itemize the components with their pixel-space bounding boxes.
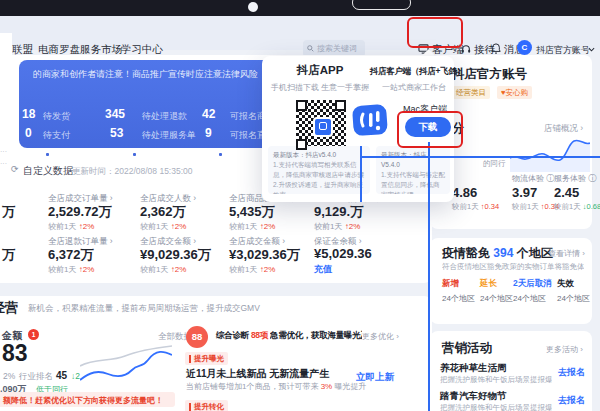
campaign-desc: 把握洗护服饰和午饭后场景提报爆款抢占流量预算 xyxy=(440,403,552,411)
client-version: 最新版本：抖店V5.4.0 xyxy=(381,150,445,170)
qr-center-logo xyxy=(313,117,333,137)
section-order-todo: 订单待办 xyxy=(55,148,95,162)
rank-label: 行业排名 xyxy=(19,371,53,383)
covid-stat-value: 24个地区 xyxy=(480,293,513,304)
todo-label[interactable]: 待处理退款 xyxy=(142,110,187,123)
campaign-title[interactable]: 踏青汽车好物节 xyxy=(440,390,507,403)
service-score-value: 2.45 xyxy=(554,185,579,200)
signup-button[interactable]: 去报名 xyxy=(558,394,585,407)
search-placeholder: 搜索关键词 xyxy=(317,43,357,54)
diagnosis-score-badge: 88 xyxy=(186,326,208,348)
todo-cut-value: 0 xyxy=(25,126,32,140)
gmv-trend-chart xyxy=(80,338,172,388)
search-icon xyxy=(307,45,314,52)
metric-value: 2,362万 xyxy=(140,203,186,221)
gmv-big-value: 83 xyxy=(2,340,28,367)
rank-change: ↓2 xyxy=(71,371,80,381)
recharge-link[interactable]: 充值 xyxy=(314,263,332,276)
more-optimization-link[interactable]: 更多优化 › xyxy=(362,331,399,342)
score-trend-chart xyxy=(510,130,590,172)
app-notes-text: 1.支持代客端填写相关联系信息，降低商家审核退店申请步骤 2.升级投诉通道，提升… xyxy=(273,160,365,194)
cut-metric-value: 万 xyxy=(2,246,15,264)
todo-value[interactable]: 42 xyxy=(202,107,215,121)
conversion-tag: 提升转化 xyxy=(185,400,228,411)
headset-icon xyxy=(461,44,471,54)
covid-stat-label: 失效 xyxy=(557,278,574,290)
chrome-circle-icon xyxy=(248,2,258,12)
metric-compare: 较前1天 ↑2% xyxy=(229,264,275,275)
annotation-line-vertical-qr xyxy=(360,146,362,202)
account-avatar[interactable]: C xyxy=(517,40,532,55)
pct-fragment: 2% xyxy=(3,371,15,381)
info-icon: ⓘ xyxy=(588,174,596,183)
qr-finder xyxy=(296,100,307,111)
category-badge: 经营类目 xyxy=(452,86,490,99)
annotation-box-client xyxy=(407,17,463,48)
metric-compare: 较前1天 ↑2% xyxy=(48,221,94,232)
order-todo-icon xyxy=(43,150,52,159)
browser-chrome-bar xyxy=(0,0,600,16)
client-release-notes: 最新版本：抖店V5.4.0 1.支持代客端与特定配置信息同步，降低商家审核步骤 xyxy=(376,146,450,194)
rank-value: 45 xyxy=(56,370,67,381)
metric-value: 2,529.72万 xyxy=(48,203,112,221)
service-score-change: 较前1天 ↓0.68 xyxy=(554,202,600,212)
todo-value[interactable]: 53 xyxy=(110,126,123,140)
app-release-notes: 最新版本：抖店v5.4.0 1.支持代客端填写相关联系信息，降低商家审核退店申请… xyxy=(268,146,370,194)
metric-value: ¥5,029.36 xyxy=(314,246,372,261)
exposure-tag: 提升曝光 xyxy=(185,352,228,365)
peer-comparison-text: 的同行 xyxy=(483,159,506,169)
annotation-line-horizontal xyxy=(360,156,600,158)
popup-client-subtitle: 一站式商家工作台 xyxy=(376,82,452,93)
metric-value: ¥3,029.36万 xyxy=(229,246,300,264)
marketing-todo-icon xyxy=(216,150,225,159)
annotation-box-download xyxy=(397,111,463,148)
metric-value: ¥9,029.36万 xyxy=(140,246,211,264)
refresh-icon[interactable]: ⟳ xyxy=(11,164,19,174)
popup-app-title: 抖店APP xyxy=(270,63,370,78)
bell-icon xyxy=(491,43,501,54)
cut-metric-value: 万 xyxy=(2,203,15,221)
custom-data-toggle[interactable]: 自定义数据 xyxy=(23,164,73,178)
metric-compare: 较前1天 ↑2% xyxy=(229,221,275,232)
logistics-score-value: 3.97 xyxy=(512,185,537,200)
diagnosis-title: 综合诊断 88项 急需优化，获取海量曝光及转化 xyxy=(216,330,362,342)
metric-value: 9,129.万 xyxy=(314,203,363,221)
client-notes-text: 1.支持代客端与特定配置信息同步，降低商家审核步骤 xyxy=(381,170,445,194)
todo-label[interactable]: 待处理服务单 xyxy=(142,129,196,142)
todo-value[interactable]: 345 xyxy=(105,107,125,121)
popup-app-subtitle: 手机扫描下载 生意一手掌握 xyxy=(264,82,376,93)
metric-value: 5,435万 xyxy=(229,203,275,221)
diagnosis-detail-text: 当前店铺每增加1个商品，预计可带来 3% 曝光提升 xyxy=(186,381,366,392)
business-header: 经营 xyxy=(0,299,18,317)
marketing-title: 营销活动 xyxy=(442,340,492,357)
more-campaigns-link[interactable]: 更多活动 › xyxy=(546,344,583,355)
cut-fragment: ··· xyxy=(0,160,7,167)
announcement-text[interactable]: 的商家和创作者请注意！商品推广宣传时应注意法律风险，一起学习吧！ xyxy=(33,68,258,81)
campaign-title[interactable]: 养花种草生活周 xyxy=(440,362,507,375)
covid-stat-label: 延长 xyxy=(480,278,497,290)
list-new-product-button[interactable]: 立即上新 xyxy=(356,371,394,384)
qr-finder xyxy=(296,139,307,150)
annotation-line-vertical-download xyxy=(428,142,430,411)
todo-value[interactable]: 9 xyxy=(205,126,212,140)
chevron-down-icon[interactable] xyxy=(588,47,595,52)
todo-label[interactable]: 待支付 xyxy=(43,129,70,142)
signup-button[interactable]: 去报名 xyxy=(558,366,585,379)
metric-compare: 较前1天 ↑2% xyxy=(314,221,360,232)
updated-time: 更新时间：2022/08/08 15:35:00 xyxy=(72,166,193,178)
covid-stat-label: 新增 xyxy=(442,278,459,290)
chrome-tab-outline xyxy=(352,0,411,10)
app-version: 最新版本：抖店v5.4.0 xyxy=(273,150,365,160)
covid-stat-label: 2天后取消 xyxy=(513,278,552,290)
diagnosis-issue-text: 近11月未上线新品 无新流量产生 xyxy=(186,367,329,381)
alert-count-badge: 1 xyxy=(28,329,39,340)
covid-stat-value: 24个地区 xyxy=(513,293,546,304)
todo-label[interactable]: 待发货 xyxy=(43,110,70,123)
section-aftersale-todo: 售后待办 xyxy=(142,148,182,162)
main-score-value: 4.86 xyxy=(452,185,477,200)
doudian-client-logo xyxy=(351,101,391,141)
campaign-desc: 把握洗护服饰和午饭后场景提报爆款抢占流量预算 xyxy=(440,375,552,385)
logistics-score-label: 物流体验 ⓘ xyxy=(512,173,554,184)
covid-detail-link[interactable]: 查看详情 › xyxy=(548,248,585,259)
cut-fragment: ··· xyxy=(0,148,7,155)
